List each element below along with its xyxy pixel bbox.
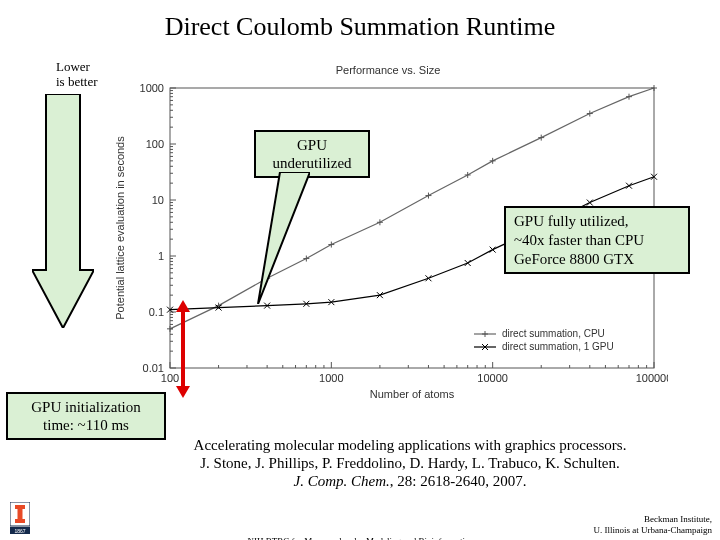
svg-text:0.1: 0.1 bbox=[149, 306, 164, 318]
svg-text:Number of atoms: Number of atoms bbox=[370, 388, 455, 400]
callout-underutilized-pointer bbox=[250, 172, 310, 304]
slide: Direct Coulomb Summation Runtime Lower i… bbox=[0, 0, 720, 540]
illinois-logo-icon: 1867 bbox=[10, 502, 30, 534]
svg-text:1867: 1867 bbox=[14, 528, 25, 534]
svg-marker-151 bbox=[176, 386, 190, 398]
callout-fully-text: GPU fully utilized,~40x faster than CPUG… bbox=[514, 213, 644, 267]
citation-line1: Accelerating molecular modeling applicat… bbox=[194, 437, 627, 453]
chart-title: Performance vs. Size bbox=[108, 64, 668, 76]
svg-text:10: 10 bbox=[152, 194, 164, 206]
svg-text:Potential lattice evaluation i: Potential lattice evaluation in seconds bbox=[114, 136, 126, 320]
callout-underutilized: GPUunderutilized bbox=[254, 130, 370, 178]
citation-line2: J. Stone, J. Phillips, P. Freddolino, D.… bbox=[200, 455, 619, 471]
citation-rest: , 28: 2618-2640, 2007. bbox=[390, 473, 527, 489]
svg-rect-155 bbox=[15, 519, 25, 523]
svg-text:1000: 1000 bbox=[140, 82, 164, 94]
callout-init-text: GPU initializationtime: ~110 ms bbox=[31, 399, 141, 433]
callout-fully-utilized: GPU fully utilized,~40x faster than CPUG… bbox=[504, 206, 690, 274]
svg-text:0.01: 0.01 bbox=[143, 362, 164, 374]
svg-text:direct summation, 1 GPU: direct summation, 1 GPU bbox=[502, 341, 614, 352]
footer-right-1: Beckman Institute, bbox=[644, 514, 712, 524]
svg-text:direct summation, CPU: direct summation, CPU bbox=[502, 328, 605, 339]
svg-text:100000: 100000 bbox=[636, 372, 668, 384]
svg-marker-150 bbox=[176, 300, 190, 312]
citation-journal: J. Comp. Chem. bbox=[294, 473, 390, 489]
lower-word: Lower bbox=[56, 59, 90, 74]
page-title: Direct Coulomb Summation Runtime bbox=[0, 12, 720, 42]
svg-text:1000: 1000 bbox=[319, 372, 343, 384]
footer-right-2: U. Illinois at Urbana-Champaign bbox=[594, 525, 712, 535]
down-arrow-icon bbox=[32, 94, 94, 328]
callout-init-time: GPU initializationtime: ~110 ms bbox=[6, 392, 166, 440]
isbetter-word: is better bbox=[56, 74, 98, 89]
lower-is-better-label: Lower is better bbox=[56, 60, 98, 90]
svg-text:100: 100 bbox=[146, 138, 164, 150]
citation: Accelerating molecular modeling applicat… bbox=[110, 436, 710, 490]
footer-center-1: NIH BTRC for Macromolecular Modeling and… bbox=[248, 536, 473, 540]
footer-center: NIH BTRC for Macromolecular Modeling and… bbox=[0, 536, 720, 540]
svg-text:1: 1 bbox=[158, 250, 164, 262]
footer-right: Beckman Institute, U. Illinois at Urbana… bbox=[594, 514, 712, 536]
callout-underutilized-text: GPUunderutilized bbox=[272, 137, 351, 171]
svg-text:10000: 10000 bbox=[477, 372, 508, 384]
red-vertical-arrow-icon bbox=[172, 300, 194, 398]
svg-marker-148 bbox=[258, 172, 310, 304]
svg-marker-0 bbox=[32, 94, 94, 328]
